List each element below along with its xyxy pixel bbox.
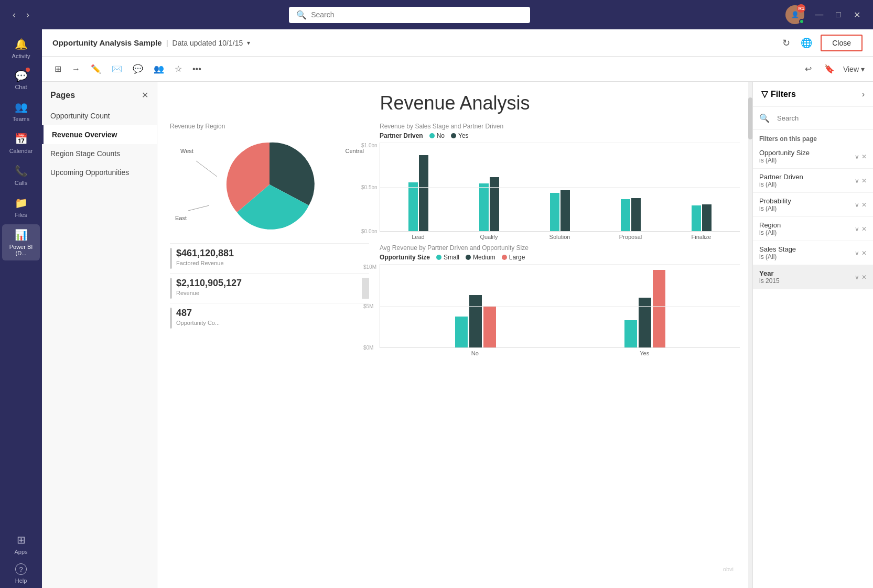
filter-expand-btn[interactable]: ∨ [855, 274, 859, 281]
teams-icon: 👥 [15, 101, 28, 113]
toolbar-grid-button[interactable]: ⊞ [50, 61, 66, 77]
filter-expand-btn[interactable]: ∨ [855, 201, 859, 209]
legend-yes-color [451, 133, 456, 138]
sidebar-item-calendar[interactable]: 📅 Calendar [2, 128, 40, 158]
filter-value: is (All) [759, 205, 791, 212]
toolbar-star-button[interactable]: ☆ [170, 61, 186, 77]
scroll-bar[interactable] [748, 82, 752, 588]
filter-item-region[interactable]: Region is (All) ∨ ✕ [753, 217, 873, 241]
title-bar-left: ‹ › [8, 7, 34, 23]
globe-button[interactable]: 🌐 [799, 35, 814, 51]
view-button[interactable]: View ▾ [843, 65, 865, 73]
filter-expand-btn[interactable]: ∨ [855, 225, 859, 233]
sidebar-item-teams[interactable]: 👥 Teams [2, 96, 40, 126]
page-item-upcoming[interactable]: Upcoming Opportunities [42, 163, 157, 182]
undo-button[interactable]: ↩ [801, 61, 816, 77]
filter-clear-btn[interactable]: ✕ [861, 274, 867, 281]
filter-item-probability[interactable]: Probability is (All) ∨ ✕ [753, 193, 873, 217]
filter-item-header: Year is 2015 ∨ ✕ [759, 269, 867, 285]
title-bar: ‹ › 🔍 👤 R1 — □ ✕ [0, 0, 873, 29]
sidebar-item-label: Calls [15, 180, 27, 186]
bookmark-button[interactable]: 🔖 [820, 61, 839, 77]
page-item-revenue-overview[interactable]: Revenue Overview [42, 125, 157, 144]
filter-item-header: Probability is (All) ∨ ✕ [759, 197, 867, 212]
page-item-region-stage[interactable]: Region Stage Counts [42, 144, 157, 163]
small-color [436, 255, 441, 260]
filters-section-title: Filters on this page [753, 130, 873, 145]
chat-notification: 💬 [15, 70, 28, 82]
filter-expand-btn[interactable]: ∨ [855, 249, 859, 257]
toolbar-email-button[interactable]: ✉️ [107, 61, 126, 77]
nav-buttons: ‹ › [8, 7, 34, 23]
avg-legend-large: Large [502, 254, 525, 261]
avatar[interactable]: 👤 R1 [785, 5, 804, 24]
grid-line-mid [380, 187, 740, 188]
sidebar-item-activity[interactable]: 🔔 Activity [2, 34, 40, 63]
close-window-button[interactable]: ✕ [849, 8, 865, 22]
bar-qualify-no [479, 183, 489, 231]
sidebar-item-help[interactable]: ? Help [2, 559, 40, 588]
avg-x-yes: Yes [570, 350, 719, 356]
toolbar-edit-button[interactable]: ✏️ [87, 61, 105, 77]
scroll-thumb[interactable] [748, 97, 752, 139]
filter-clear-btn[interactable]: ✕ [861, 177, 867, 184]
filter-clear-btn[interactable]: ✕ [861, 201, 867, 209]
toolbar-teams-button[interactable]: 👥 [149, 61, 168, 77]
legend-yes-label: Yes [458, 132, 469, 139]
filter-expand-btn[interactable]: ∨ [855, 177, 859, 184]
sidebar-item-files[interactable]: 📁 Files [2, 192, 40, 222]
filter-expand-btn[interactable]: ∨ [855, 153, 859, 160]
filter-item-year[interactable]: Year is 2015 ∨ ✕ [753, 265, 873, 289]
sidebar-item-powerbi[interactable]: 📊 Power BI (D... [2, 224, 40, 260]
restore-button[interactable]: □ [832, 8, 845, 22]
bar-solution-yes [561, 190, 570, 231]
filter-clear-btn[interactable]: ✕ [861, 153, 867, 160]
title-chevron-icon[interactable]: ▾ [247, 39, 250, 47]
toolbar-arrow-button[interactable]: → [68, 61, 84, 77]
filter-item-opportunity-size[interactable]: Opportunity Size is (All) ∨ ✕ [753, 145, 873, 169]
global-search-bar[interactable]: 🔍 [289, 7, 530, 23]
pie-svg [217, 135, 322, 234]
filter-name: Sales Stage [759, 245, 796, 253]
filter-value: is (All) [759, 253, 796, 260]
avg-y-5m: $5M [363, 303, 373, 309]
filters-title-area: ▽ Filters [761, 89, 796, 99]
filter-text: Opportunity Size is (All) [759, 149, 810, 164]
pie-chart-section: Revenue by Region [170, 123, 369, 237]
filter-clear-btn[interactable]: ✕ [861, 249, 867, 257]
filter-text: Sales Stage is (All) [759, 245, 796, 260]
bar-lead-no [408, 182, 418, 231]
avg-x-no: No [401, 350, 549, 356]
global-search-input[interactable] [311, 10, 523, 19]
toolbar-chat-button[interactable]: 💬 [128, 61, 147, 77]
pages-sidebar: Pages ✕ Opportunity Count Revenue Overvi… [42, 82, 157, 588]
refresh-button[interactable]: ↻ [780, 35, 792, 51]
filter-value: is (All) [759, 181, 803, 188]
activity-icon: 🔔 [15, 38, 28, 50]
sidebar-item-chat[interactable]: 💬 Chat [2, 66, 40, 94]
metrics-section: $461,120,881 Factored Revenue $2,110,905… [170, 243, 369, 333]
filter-clear-btn[interactable]: ✕ [861, 225, 867, 233]
filter-actions: ∨ ✕ [855, 225, 867, 233]
pie-chart[interactable]: West East Central [170, 132, 369, 237]
sidebar-item-apps[interactable]: ⊞ Apps [2, 529, 40, 559]
report-title: Revenue Analysis [170, 92, 740, 114]
title-bar-right: 👤 R1 — □ ✕ [785, 5, 865, 24]
sidebar-item-calls[interactable]: 📞 Calls [2, 160, 40, 190]
metric-value: 487 [176, 308, 220, 319]
pages-close-button[interactable]: ✕ [142, 90, 148, 100]
toolbar-more-button[interactable]: ••• [188, 61, 206, 77]
nav-forward-button[interactable]: › [22, 7, 34, 23]
nav-back-button[interactable]: ‹ [8, 7, 20, 23]
filters-search[interactable]: 🔍 [753, 107, 873, 130]
filter-item-partner-driven[interactable]: Partner Driven is (All) ∨ ✕ [753, 169, 873, 193]
bar-finalize-no [692, 205, 701, 231]
filter-item-sales-stage[interactable]: Sales Stage is (All) ∨ ✕ [753, 241, 873, 265]
filter-search-input[interactable] [773, 112, 867, 124]
filter-actions: ∨ ✕ [855, 153, 867, 160]
filters-expand-button[interactable]: › [862, 90, 865, 99]
close-button[interactable]: Close [821, 35, 863, 51]
minimize-button[interactable]: — [811, 8, 827, 22]
page-item-opportunity-count[interactable]: Opportunity Count [42, 106, 157, 125]
sidebar-item-label: Files [15, 212, 27, 218]
